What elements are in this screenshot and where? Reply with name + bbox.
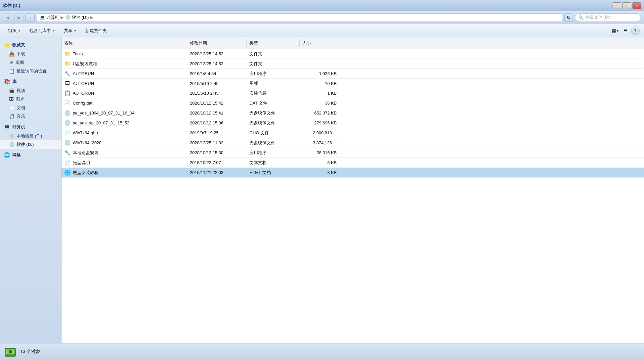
refresh-button[interactable]: ↻: [564, 13, 573, 22]
search-box[interactable]: 🔍 搜索 软件 (D:): [575, 13, 641, 22]
file-icon: 📄: [64, 100, 71, 106]
sidebar-item-downloads[interactable]: 📥 下载: [0, 50, 61, 58]
docs-icon: 📄: [9, 105, 15, 111]
network-label: 网络: [12, 152, 21, 158]
downloads-label: 下载: [17, 51, 25, 57]
address-path[interactable]: 💻 计算机 ▶ 💿 软件 (D:) ▶: [37, 13, 562, 22]
status-icon: [4, 346, 16, 358]
sidebar-header-favorites[interactable]: ⭐ 收藏夹: [0, 40, 61, 50]
file-type-cell: 文件夹: [247, 59, 300, 68]
col-modified[interactable]: 修改日期: [187, 39, 247, 47]
music-label: 音乐: [17, 113, 25, 119]
sidebar-header-network[interactable]: 🌐 网络: [0, 150, 61, 160]
close-button[interactable]: ✕: [632, 2, 641, 9]
sidebar-section-computer: 💻 计算机 💿 本地磁盘 (C:) 💿 软件 (D:): [0, 122, 61, 149]
window-title: 软件 (D:): [3, 3, 20, 9]
file-modified-cell: 2020/10/12 15:42: [187, 98, 247, 108]
file-name-cell: 💿 pe_yqs_1064_20_07_31_16_04: [62, 108, 187, 118]
sidebar-item-desktop[interactable]: 🖥 桌面: [0, 58, 61, 67]
sidebar-item-documents[interactable]: 📄 文档: [0, 104, 61, 112]
table-row[interactable]: 📋 AUTORUN 2015/5/10 2:45 安装信息 1 KB: [62, 88, 644, 98]
help-button[interactable]: ?: [631, 26, 640, 35]
col-size[interactable]: 大小: [300, 39, 339, 47]
path-drive-icon: 💿: [65, 15, 70, 20]
file-name: 硬盘安装教程: [73, 170, 99, 176]
sidebar-header-computer[interactable]: 💻 计算机: [0, 122, 61, 132]
sidebar-item-recent[interactable]: 📋 最近访问的位置: [0, 67, 61, 75]
file-name: AUTORUN: [73, 81, 94, 86]
drive-d-label: 软件 (D:): [17, 142, 34, 148]
table-row[interactable]: 📁 Tools 2020/12/25 14:52 文件夹: [62, 49, 644, 59]
file-icon: 📁: [64, 51, 71, 57]
table-row[interactable]: 🔧 本地硬盘安装 2020/10/12 15:30 应用程序 28,315 KB: [62, 148, 644, 158]
sidebar-section-favorites: ⭐ 收藏夹 📥 下载 🖥 桌面 📋 最近访问的位置: [0, 40, 61, 75]
file-type-cell: 应用程序: [247, 148, 300, 158]
include-library-button[interactable]: 包含到库中 ▼: [26, 26, 59, 35]
file-size-cell: 652,072 KB: [300, 108, 339, 118]
drive-c-icon: 💿: [9, 133, 15, 139]
file-name-cell: 💿 pe_yqs_xp_20_07_31_15_53: [62, 118, 187, 128]
title-bar: 软件 (D:) ─ □ ✕: [0, 0, 644, 11]
sidebar-item-drive-c[interactable]: 💿 本地磁盘 (C:): [0, 132, 61, 140]
organize-button[interactable]: 组织 ▼: [4, 26, 24, 35]
new-folder-button[interactable]: 新建文件夹: [82, 26, 110, 35]
search-icon: 🔍: [579, 15, 583, 20]
table-row[interactable]: 📄 Config.dat 2020/10/12 15:42 DAT 文件 36 …: [62, 98, 644, 108]
sidebar-item-images[interactable]: 🖼 图片: [0, 95, 61, 104]
file-size-cell: [300, 49, 339, 59]
file-name-cell: 📁 Tools: [62, 49, 187, 59]
organize-arrow: ▼: [18, 29, 21, 32]
sidebar-item-drive-d[interactable]: 💿 软件 (D:): [0, 140, 61, 149]
file-name-cell: 💿 Win7x64_2020: [62, 138, 187, 148]
file-name-cell: 📄 光盘说明: [62, 158, 187, 167]
col-name[interactable]: 名称: [62, 39, 187, 47]
details-view-button[interactable]: ☰: [621, 26, 630, 35]
table-row[interactable]: 🖼 AUTORUN 2015/5/10 2:45 图标 10 KB: [62, 79, 644, 88]
file-type-cell: 安装信息: [247, 88, 300, 98]
sidebar-section-library: 📚 库 🎬 视频 🖼 图片 📄 文档 🎵 音乐: [0, 77, 61, 121]
file-list: 名称 修改日期 类型 大小 📁 Tools 2020/12/25 14:52 文…: [62, 37, 644, 343]
file-name: pe_yqs_1064_20_07_31_16_04: [73, 111, 135, 115]
file-size-cell: 279,696 KB: [300, 118, 339, 128]
file-name: Win7x64_2020: [73, 140, 102, 145]
path-icon: 💻: [40, 15, 45, 20]
recent-label: 最近访问的位置: [17, 68, 47, 74]
library-icon: 📚: [4, 78, 10, 85]
file-type-cell: DAT 文件: [247, 98, 300, 108]
forward-button[interactable]: ▶: [14, 13, 23, 22]
sidebar-header-library[interactable]: 📚 库: [0, 77, 61, 86]
back-button[interactable]: ◀: [3, 13, 12, 22]
file-name: 光盘说明: [73, 160, 90, 166]
favorites-icon: ⭐: [4, 42, 10, 48]
table-row[interactable]: 🔧 AUTORUN 2016/1/8 4:54 应用程序 1,926 KB: [62, 69, 644, 79]
table-row[interactable]: 📁 U盘安装教程 2020/12/25 14:52 文件夹: [62, 59, 644, 69]
path-computer: 计算机: [46, 15, 59, 21]
maximize-button[interactable]: □: [623, 2, 631, 9]
file-name-cell: 📄 Config.dat: [62, 98, 187, 108]
sidebar-item-music[interactable]: 🎵 音乐: [0, 112, 61, 121]
path-separator-1: ▶: [61, 15, 64, 20]
view-arrow: ▼: [616, 29, 619, 32]
file-name-cell: 🔧 AUTORUN: [62, 69, 187, 78]
minimize-button[interactable]: ─: [613, 2, 621, 9]
sidebar-item-videos[interactable]: 🎬 视频: [0, 86, 61, 95]
table-row[interactable]: 💿 pe_yqs_1064_20_07_31_16_04 2020/10/12 …: [62, 108, 644, 118]
up-button[interactable]: ↑: [25, 13, 35, 22]
table-row[interactable]: 📄 光盘说明 2016/10/23 7:07 文本文档 5 KB: [62, 158, 644, 168]
col-type[interactable]: 类型: [247, 39, 300, 47]
file-modified-cell: 2016/1/8 4:54: [187, 69, 247, 78]
file-icon: 🌐: [64, 169, 71, 176]
table-row[interactable]: 📄 Win7x64.gho 2019/9/7 19:25 GHO 文件 2,90…: [62, 128, 644, 138]
library-label: 库: [12, 79, 17, 85]
file-name: AUTORUN: [73, 71, 94, 76]
file-modified-cell: 2015/5/10 2:45: [187, 79, 247, 88]
share-button[interactable]: 共享 ▼: [60, 26, 80, 35]
view-toggle-button[interactable]: ▦ ▼: [611, 26, 620, 35]
file-type-cell: HTML 文档: [247, 168, 300, 177]
table-row[interactable]: 💿 Win7x64_2020 2020/12/25 11:32 光盘映像文件 3…: [62, 138, 644, 148]
table-row[interactable]: 💿 pe_yqs_xp_20_07_31_15_53 2020/10/12 15…: [62, 118, 644, 128]
content-area: ⭐ 收藏夹 📥 下载 🖥 桌面 📋 最近访问的位置: [0, 37, 644, 343]
table-row[interactable]: 🌐 硬盘安装教程 2016/11/21 22:03 HTML 文档 3 KB: [62, 168, 644, 178]
view-icon: ▦: [612, 28, 616, 33]
file-name-cell: 🌐 硬盘安装教程: [62, 168, 187, 177]
